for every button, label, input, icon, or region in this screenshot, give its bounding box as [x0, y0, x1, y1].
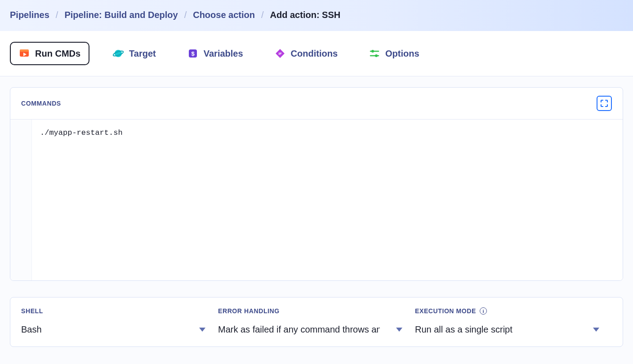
svg-point-10 [371, 50, 374, 53]
chevron-down-icon [199, 328, 205, 332]
shell-select-value: Bash [21, 324, 47, 335]
commands-panel-title: COMMANDS [21, 100, 61, 107]
content-area: COMMANDS SHELL Bash [0, 76, 633, 358]
tab-label: Options [385, 49, 419, 59]
chevron-down-icon [593, 328, 599, 332]
execution-mode-option: EXECUTION MODE i Run all as a single scr… [415, 307, 612, 335]
error-handling-label: ERROR HANDLING [218, 307, 280, 315]
terminal-play-icon [19, 48, 30, 59]
tab-conditions[interactable]: IF Conditions [267, 42, 346, 65]
dollar-sign-icon: $ [187, 48, 198, 59]
planet-icon [113, 48, 124, 59]
error-handling-select[interactable]: Mark as failed if any command throws an … [218, 324, 402, 335]
execution-mode-select[interactable]: Run all as a single script [415, 324, 599, 335]
breadcrumb: Pipelines / Pipeline: Build and Deploy /… [10, 10, 623, 20]
shell-option: SHELL Bash [21, 307, 218, 335]
breadcrumb-separator: / [56, 10, 58, 20]
tab-options[interactable]: Options [361, 42, 428, 65]
tab-target[interactable]: Target [105, 42, 164, 65]
tab-label: Variables [204, 49, 243, 59]
svg-point-12 [375, 54, 378, 57]
breadcrumb-bar: Pipelines / Pipeline: Build and Deploy /… [0, 0, 633, 31]
svg-text:IF: IF [278, 52, 281, 56]
diamond-if-icon: IF [275, 48, 285, 59]
svg-rect-1 [20, 49, 29, 52]
sliders-icon [369, 48, 380, 59]
tab-run-cmds[interactable]: Run CMDs [10, 42, 89, 65]
info-icon[interactable]: i [480, 307, 487, 315]
tab-label: Target [129, 49, 156, 59]
execution-mode-label: EXECUTION MODE [415, 307, 476, 315]
editor-gutter [10, 120, 32, 280]
breadcrumb-separator: / [261, 10, 264, 20]
commands-editor [10, 120, 623, 280]
shell-select[interactable]: Bash [21, 324, 205, 335]
breadcrumb-choose-action[interactable]: Choose action [193, 10, 255, 20]
chevron-down-icon [396, 328, 402, 332]
breadcrumb-current: Add action: SSH [270, 10, 341, 20]
expand-icon [600, 99, 608, 107]
commands-textarea[interactable] [32, 120, 623, 280]
commands-panel: COMMANDS [10, 87, 623, 281]
error-handling-option: ERROR HANDLING Mark as failed if any com… [218, 307, 415, 335]
tab-label: Conditions [291, 49, 338, 59]
expand-button[interactable] [597, 96, 612, 111]
execution-mode-select-value: Run all as a single script [415, 324, 518, 335]
breadcrumb-separator: / [184, 10, 187, 20]
tab-label: Run CMDs [35, 49, 80, 59]
execution-options-panel: SHELL Bash ERROR HANDLING Mark as failed… [10, 297, 623, 347]
breadcrumb-pipelines[interactable]: Pipelines [10, 10, 49, 20]
svg-text:$: $ [191, 50, 195, 57]
tab-bar: Run CMDs Target $ Variables IF Condition… [0, 31, 633, 76]
breadcrumb-pipeline-detail[interactable]: Pipeline: Build and Deploy [64, 10, 178, 20]
error-handling-select-value: Mark as failed if any command throws an … [218, 324, 380, 335]
shell-label: SHELL [21, 307, 43, 315]
tab-variables[interactable]: $ Variables [179, 42, 251, 65]
